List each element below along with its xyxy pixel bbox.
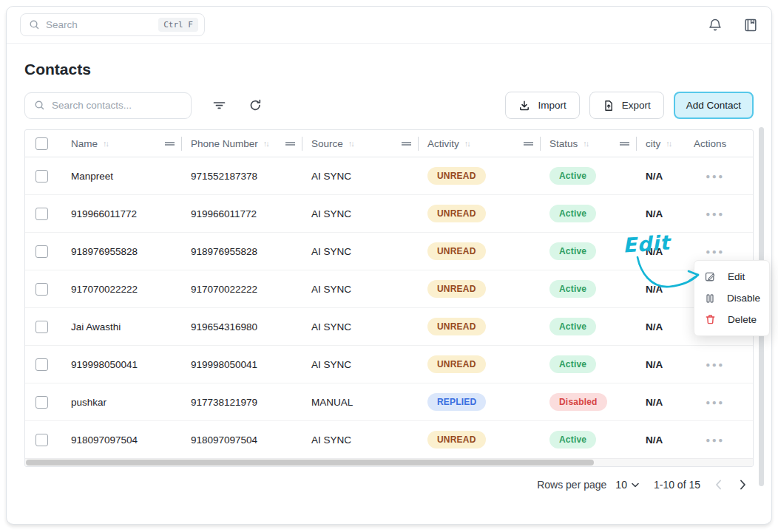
cell-source: AI SYNC — [302, 359, 419, 370]
cell-activity: UNREAD — [419, 318, 541, 335]
sort-icon[interactable]: ↑↓ — [348, 139, 354, 148]
notifications-button[interactable] — [708, 18, 723, 33]
column-label: Phone Number — [191, 138, 258, 149]
previous-page-button[interactable] — [712, 477, 725, 493]
page-title: Contacts — [24, 61, 754, 78]
rows-per-page-select[interactable]: 10 — [615, 479, 639, 491]
column-resize-handle[interactable] — [165, 142, 175, 146]
export-file-icon — [603, 100, 615, 112]
horizontal-scrollbar-thumb[interactable] — [26, 460, 594, 466]
refresh-button[interactable] — [247, 97, 264, 114]
filter-icon — [212, 98, 226, 112]
column-resize-handle[interactable] — [402, 142, 411, 146]
cell-name: Manpreet — [71, 171, 182, 182]
column-header-phone[interactable]: Phone Number ↑↓ — [182, 130, 302, 157]
export-button[interactable]: Export — [589, 92, 664, 119]
cell-city: N/A — [637, 208, 685, 219]
row-checkbox[interactable] — [35, 208, 48, 220]
global-search-box[interactable]: Ctrl F — [20, 13, 205, 36]
column-header-city[interactable]: city ↑↓ — [637, 130, 685, 157]
sort-icon[interactable]: ↑↓ — [263, 139, 268, 148]
cell-phone: 917070022222 — [182, 284, 302, 295]
contacts-search-input[interactable] — [52, 100, 182, 111]
sort-icon[interactable]: ↑↓ — [103, 139, 108, 148]
contacts-table: Name ↑↓ Phone Number ↑↓ Source — [24, 129, 754, 467]
context-menu-delete[interactable]: Delete — [694, 309, 769, 330]
status-badge: Active — [549, 205, 596, 222]
activity-badge: UNREAD — [427, 242, 486, 260]
import-button[interactable]: Import — [505, 92, 579, 119]
column-header-name[interactable]: Name ↑↓ — [71, 130, 182, 157]
sort-icon[interactable]: ↑↓ — [583, 139, 588, 148]
horizontal-scrollbar[interactable] — [25, 459, 753, 466]
cell-name: pushkar — [71, 397, 182, 408]
column-header-source[interactable]: Source ↑↓ — [302, 130, 419, 157]
table-row: pushkar 917738121979 MANUAL REPLIED Disa… — [25, 383, 753, 421]
row-checkbox[interactable] — [35, 283, 48, 296]
cell-phone: 919998050041 — [182, 359, 302, 370]
row-select-cell — [25, 383, 71, 420]
cell-source: AI SYNC — [302, 171, 419, 182]
filter-button[interactable] — [211, 97, 228, 114]
row-actions-button[interactable]: ●●● — [703, 395, 728, 409]
cell-city: N/A — [637, 284, 685, 295]
row-checkbox[interactable] — [35, 396, 48, 409]
bell-icon — [708, 18, 723, 33]
row-actions-button[interactable]: ●●● — [703, 207, 728, 221]
status-badge: Disabled — [549, 393, 607, 411]
row-select-cell — [25, 346, 71, 383]
activity-badge: UNREAD — [427, 167, 486, 185]
column-resize-handle[interactable] — [620, 142, 629, 146]
status-badge: Active — [549, 280, 596, 298]
activity-badge: REPLIED — [427, 393, 486, 411]
cell-source: AI SYNC — [302, 208, 419, 219]
cell-status: Disabled — [541, 393, 637, 411]
add-contact-button[interactable]: Add Contact — [674, 92, 754, 119]
row-actions-button[interactable]: ●●● — [703, 358, 728, 372]
cell-source: AI SYNC — [302, 246, 419, 257]
cell-city: N/A — [637, 434, 685, 446]
cell-activity: REPLIED — [419, 393, 541, 411]
row-checkbox[interactable] — [35, 245, 48, 258]
sort-icon[interactable]: ↑↓ — [464, 139, 470, 148]
context-menu-disable[interactable]: Disable — [694, 287, 769, 309]
column-header-actions: Actions — [685, 130, 753, 157]
next-page-button[interactable] — [737, 477, 749, 493]
cell-actions: ●●● — [685, 169, 753, 183]
cell-actions: ●●● — [685, 433, 753, 447]
contacts-search-box[interactable] — [24, 92, 192, 119]
status-badge: Active — [549, 318, 596, 335]
column-resize-handle[interactable] — [524, 142, 533, 146]
row-select-cell — [25, 233, 71, 270]
chevron-left-icon — [715, 480, 722, 490]
column-header-activity[interactable]: Activity ↑↓ — [419, 130, 541, 157]
global-search-input[interactable] — [46, 19, 152, 30]
column-resize-handle[interactable] — [285, 142, 295, 146]
sort-icon[interactable]: ↑↓ — [666, 139, 671, 148]
edit-icon — [705, 271, 716, 282]
row-checkbox[interactable] — [35, 170, 48, 183]
cell-actions: ●●● — [685, 358, 753, 372]
top-bar: Ctrl F — [7, 7, 771, 44]
context-menu-edit[interactable]: Edit — [694, 266, 769, 287]
cell-actions: ●●● — [685, 395, 753, 409]
saved-contacts-button[interactable] — [743, 18, 758, 33]
row-select-cell — [25, 270, 71, 307]
select-all-checkbox[interactable] — [35, 137, 48, 150]
row-checkbox[interactable] — [35, 434, 48, 446]
row-actions-button[interactable]: ●●● — [703, 433, 728, 447]
rows-per-page-label: Rows per page — [537, 479, 606, 491]
contacts-page: Ctrl F Contacts — [0, 0, 778, 532]
trash-icon — [705, 314, 716, 325]
cell-activity: UNREAD — [419, 355, 541, 373]
cell-source: AI SYNC — [302, 284, 419, 295]
column-header-status[interactable]: Status ↑↓ — [541, 130, 637, 157]
pagination-bar: Rows per page 10 1-10 of 15 — [24, 477, 754, 493]
row-checkbox[interactable] — [35, 321, 48, 333]
row-actions-button[interactable]: ●●● — [703, 169, 728, 183]
row-actions-button[interactable]: ●●● — [703, 245, 728, 259]
row-checkbox[interactable] — [35, 358, 48, 371]
cell-source: AI SYNC — [302, 434, 419, 446]
row-select-cell — [25, 157, 71, 194]
cell-city: N/A — [637, 397, 685, 408]
